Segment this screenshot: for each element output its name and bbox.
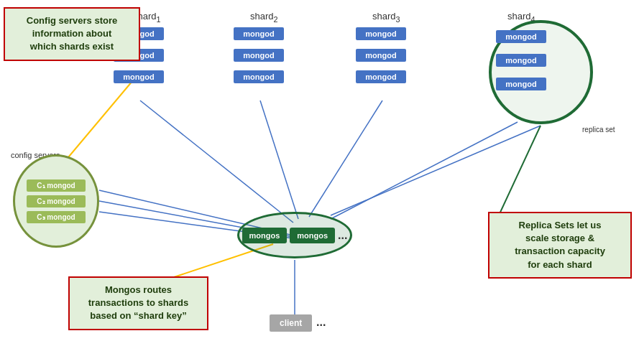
shard2-label: shard2 xyxy=(250,11,278,24)
svg-line-6 xyxy=(331,122,518,219)
shard4-mongod-2: mongod xyxy=(496,54,546,67)
shard3-mongod-2: mongod xyxy=(356,49,406,62)
config-mongod-c2: C₂ mongod xyxy=(27,195,86,207)
client-box: client xyxy=(270,314,312,332)
shard2-mongod-1: mongod xyxy=(234,27,284,40)
config-mongod-c3: C₃ mongod xyxy=(27,211,86,223)
config-mongod-c1: C₁ mongod xyxy=(27,179,86,192)
diagram-container: shard1 shard2 shard3 shard4 mongod mongo… xyxy=(0,0,639,364)
config-servers-ellipse: C₁ mongod C₂ mongod C₃ mongod xyxy=(13,154,99,248)
callout-config-servers: Config servers storeinformation aboutwhi… xyxy=(4,7,140,61)
callout-mongos-routes: Mongos routestransactions to shardsbased… xyxy=(68,276,208,330)
svg-line-9 xyxy=(65,72,140,162)
shard4-mongod-1: mongod xyxy=(496,30,546,43)
mongos-dots: ... xyxy=(338,229,347,242)
shard4-mongod-3: mongod xyxy=(496,78,546,90)
svg-line-3 xyxy=(140,101,293,223)
mongos-2: mongos xyxy=(290,228,335,243)
shard1-mongod-3: mongod xyxy=(114,70,164,83)
shard2-mongod-3: mongod xyxy=(234,70,284,83)
mongos-ellipse: mongos mongos ... xyxy=(237,212,352,258)
svg-line-7 xyxy=(331,126,541,215)
shard3-mongod-3: mongod xyxy=(356,70,406,83)
callout-replica-sets: Replica Sets let usscale storage &transa… xyxy=(488,212,632,279)
svg-line-5 xyxy=(309,101,382,217)
mongos-1: mongos xyxy=(242,228,288,243)
shard3-label: shard3 xyxy=(372,11,400,24)
shard2-mongod-2: mongod xyxy=(234,49,284,62)
shard3-mongod-1: mongod xyxy=(356,27,406,40)
svg-line-4 xyxy=(260,101,298,219)
client-dots: ... xyxy=(316,316,326,329)
replica-set-label: replica set xyxy=(582,126,615,134)
